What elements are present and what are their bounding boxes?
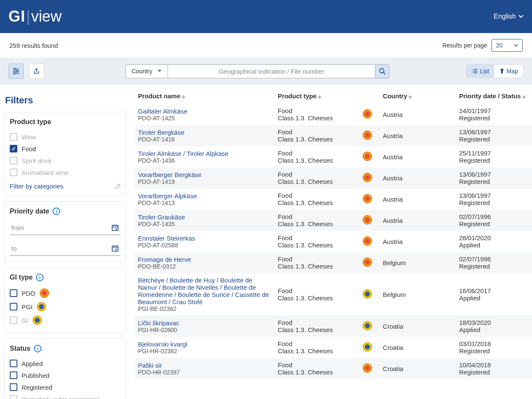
status-text: Registered xyxy=(459,263,529,270)
search-scope-label: Country xyxy=(132,68,152,75)
product-name-link[interactable]: Tiroler Graukäse xyxy=(138,213,271,221)
checkbox-icon xyxy=(10,169,17,176)
product-name-link[interactable]: Paški sir xyxy=(138,362,271,369)
product-name-link[interactable]: Bjelovarski kvargl xyxy=(138,341,271,348)
product-code: PDO-AT-1413 xyxy=(138,200,271,206)
product-name-link[interactable]: Bètchéye / Boulette de Huy / Boulette de… xyxy=(138,277,271,305)
pdo-badge-icon xyxy=(363,130,372,140)
product-type: Food xyxy=(278,319,356,326)
product-name-link[interactable]: Lički škripavac xyxy=(138,319,271,327)
search-group: Country xyxy=(125,64,389,78)
table-row[interactable]: Gailtaler AlmkäsePDO-AT-1425FoodClass 1.… xyxy=(135,104,532,125)
table-row[interactable]: Ennstaler SteirerkasPDO-AT-02588FoodClas… xyxy=(135,231,532,252)
sort-icon: ◆ xyxy=(182,94,185,99)
svg-rect-4 xyxy=(112,225,118,230)
table-row[interactable]: Bètchéye / Boulette de Huy / Boulette de… xyxy=(135,273,532,316)
checkbox-spirit[interactable]: Spirit drink xyxy=(10,155,121,166)
product-code: PDO-AT-02588 xyxy=(138,242,271,249)
checkbox-icon xyxy=(10,157,17,164)
map-view-button[interactable]: Map xyxy=(494,65,523,78)
product-type: Food xyxy=(278,287,356,294)
product-name-link[interactable]: Vorarlberger Alpkäse xyxy=(138,192,271,200)
pdo-badge-icon xyxy=(363,258,372,267)
product-type: Food xyxy=(278,171,356,178)
product-name-link[interactable]: Fromage de Herve xyxy=(138,256,271,263)
gi-badge-icon xyxy=(33,316,42,325)
product-type-heading: Product type xyxy=(10,118,121,126)
checkbox-protected[interactable]: Protected under agreement xyxy=(10,393,121,399)
filter-toggle-button[interactable] xyxy=(8,64,24,79)
filter-gi-type: GI type i PDO PGI GI xyxy=(4,267,126,333)
pdo-badge-icon xyxy=(363,236,372,246)
table-row[interactable]: Lički škripavacPGI-HR-02600FoodClass 1.3… xyxy=(135,316,532,337)
language-selector[interactable]: English xyxy=(494,13,524,20)
info-icon[interactable]: i xyxy=(34,345,41,352)
map-label: Map xyxy=(507,68,518,75)
product-class: Class 1.3. Cheeses xyxy=(278,136,356,143)
table-row[interactable]: Vorarlberger BergkäsePDO-AT-1419FoodClas… xyxy=(135,167,532,188)
product-code: PGI-HR-02382 xyxy=(138,348,271,355)
export-button[interactable] xyxy=(29,64,44,79)
col-country[interactable]: Country◆ xyxy=(380,85,456,104)
pdo-badge-icon xyxy=(363,109,372,119)
status-text: Registered xyxy=(459,114,529,122)
svg-rect-7 xyxy=(116,249,117,250)
checkbox-wine[interactable]: Wine xyxy=(10,131,121,143)
col-product-name[interactable]: Product name◆ xyxy=(135,85,274,104)
list-label: List xyxy=(480,68,489,75)
table-row[interactable]: Tiroler Almkäse / Tiroler AlpkäsePDO-AT-… xyxy=(135,146,532,167)
product-class: Class 1.3. Cheeses xyxy=(278,347,356,355)
product-name-link[interactable]: Gailtaler Almkäse xyxy=(138,108,271,115)
checkbox-published[interactable]: Published xyxy=(10,369,121,381)
product-name-link[interactable]: Tiroler Almkäse / Tiroler Alpkäse xyxy=(138,150,271,157)
product-name-link[interactable]: Vorarlberger Bergkäse xyxy=(138,171,271,178)
search-button[interactable] xyxy=(375,64,389,78)
sliders-icon xyxy=(12,67,20,75)
external-link-icon xyxy=(115,183,121,189)
table-row[interactable]: Vorarlberger AlpkäsePDO-AT-1413FoodClass… xyxy=(135,188,532,210)
product-class: Class 1.3. Cheeses xyxy=(278,241,356,249)
checkbox-applied[interactable]: Applied xyxy=(10,357,121,369)
status-text: Registered xyxy=(459,157,529,164)
list-view-button[interactable]: List xyxy=(467,65,494,78)
country-cell: Croatia xyxy=(380,337,456,358)
info-icon[interactable]: i xyxy=(52,208,60,215)
table-row[interactable]: Paški sirPDO-HR-02397FoodClass 1.3. Chee… xyxy=(135,358,532,379)
checkbox-pgi[interactable]: PGI xyxy=(10,300,121,313)
pgi-badge-icon xyxy=(363,289,372,299)
date-from-input[interactable]: from xyxy=(10,220,121,235)
status-text: Registered xyxy=(459,347,529,355)
checkbox-pdo[interactable]: PDO xyxy=(10,286,121,300)
date-to-input[interactable]: to xyxy=(10,241,121,256)
checkbox-icon xyxy=(10,395,17,399)
product-class: Class 1.3. Cheeses xyxy=(278,263,356,270)
checkbox-aromatised[interactable]: Aromatised wine xyxy=(10,166,121,178)
product-name-link[interactable]: Ennstaler Steirerkas xyxy=(138,235,271,242)
calendar-icon xyxy=(111,224,119,231)
checkbox-registered[interactable]: Registered xyxy=(10,381,121,393)
checkbox-gi[interactable]: GI xyxy=(10,313,121,327)
col-product-type[interactable]: Product type◆ xyxy=(274,85,359,104)
filter-by-categories-link[interactable]: Filter by categories xyxy=(10,178,121,190)
search-scope-select[interactable]: Country xyxy=(125,64,168,78)
search-input[interactable] xyxy=(168,64,375,78)
per-page-select[interactable]: 20 xyxy=(491,39,523,52)
table-row[interactable]: Bjelovarski kvarglPGI-HR-02382FoodClass … xyxy=(135,337,532,358)
table-row[interactable]: Fromage de HervePDO-BE-0312FoodClass 1.3… xyxy=(135,252,532,273)
svg-point-1 xyxy=(17,70,18,72)
priority-date: 24/01/1997 xyxy=(459,107,529,114)
checkbox-food[interactable]: Food xyxy=(10,143,121,155)
sort-icon: ◆ xyxy=(408,94,412,99)
table-row[interactable]: Tiroler GraukäsePDO-AT-1435FoodClass 1.3… xyxy=(135,210,532,231)
product-code: PGI-BE-02362 xyxy=(138,305,271,312)
product-name-link[interactable]: Tiroler Bergkäse xyxy=(138,129,271,136)
results-table-area: Product name◆ Product type◆ Country◆ Pri… xyxy=(130,85,532,399)
col-priority[interactable]: Priority date / Status◆ xyxy=(456,85,532,104)
app-logo: GI | view xyxy=(8,8,61,25)
filter-priority-date: Priority date i from to xyxy=(4,201,126,262)
results-count: 259 results found xyxy=(9,42,58,49)
pgi-badge-icon xyxy=(363,342,372,352)
table-row[interactable]: Tiroler BergkäsePDO-AT-1416FoodClass 1.3… xyxy=(135,125,532,146)
info-icon[interactable]: i xyxy=(36,274,44,281)
priority-date: 16/06/2017 xyxy=(459,287,529,294)
